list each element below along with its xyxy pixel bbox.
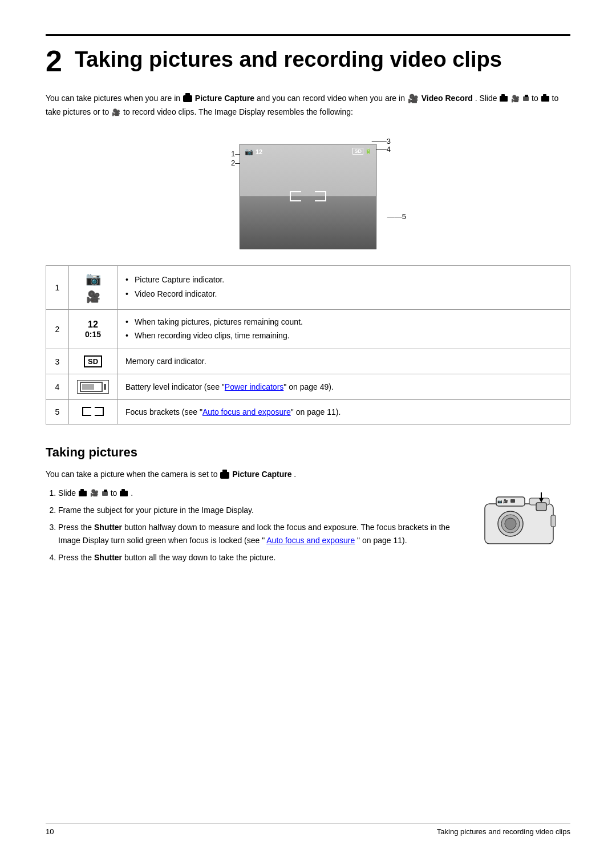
focus-bracket-right-screen	[315, 191, 326, 201]
battery-body	[80, 382, 103, 392]
table-row: 5 Focus brackets (see "Auto focus and ex…	[46, 399, 570, 424]
screen-cam-icon: 📷	[245, 148, 253, 156]
slide-icon-vid2: 🎥	[112, 107, 120, 118]
step4-shutter-bold: Shutter	[94, 553, 122, 562]
chapter-number: 2	[46, 46, 62, 76]
row2-content: When taking pictures, pictures remaining…	[117, 309, 570, 349]
intro-paragraph: You can take pictures when you are in Pi…	[46, 92, 570, 119]
svg-rect-11	[510, 499, 515, 503]
intro-text-2: and you can record video when you are in	[257, 94, 407, 103]
step4-text-before: Press the	[58, 553, 94, 562]
table-row: 4 Battery level indicator (see "Power in…	[46, 374, 570, 399]
battery-tip	[104, 384, 106, 390]
camera-big-icon: 📷	[86, 272, 101, 286]
numbers-icon: 12 0:15	[77, 320, 109, 339]
row3-num: 3	[46, 349, 69, 374]
bullet-item: When recording video clips, time remaini…	[125, 329, 562, 342]
video-big-icon: 🎥	[86, 290, 100, 304]
svg-text:🎥: 🎥	[503, 499, 508, 504]
taking-pictures-period: .	[294, 470, 296, 479]
screen-sd-icon: SD	[352, 148, 363, 155]
step3-shutter-bold: Shutter	[94, 523, 122, 532]
focus-right-corner	[95, 407, 104, 416]
taking-pictures-heading: Taking pictures	[46, 445, 570, 460]
row2-icon: 12 0:15	[69, 309, 117, 349]
row5-text-before: Focus brackets (see "	[125, 407, 202, 417]
chapter-header: 2 Taking pictures and recording video cl…	[46, 34, 570, 76]
row4-text-before: Battery level indicator (see "	[125, 382, 225, 391]
intro-text-6: to record video clips. The Image Display…	[123, 107, 353, 116]
bullet-item: Video Record indicator.	[125, 288, 562, 300]
video-icon-inline: 🎥	[408, 92, 419, 106]
step3-text-before: Press the	[58, 523, 94, 532]
step3-autofocus-link[interactable]: Auto focus and exposure	[266, 536, 355, 545]
step1-to: to	[111, 488, 120, 498]
power-indicators-link[interactable]: Power indicators	[225, 382, 284, 391]
step2-text: Frame the subject for your picture in th…	[58, 506, 254, 515]
camera-screen: 📷 12 SD 🔋	[240, 144, 376, 249]
picture-capture-label: Picture Capture	[195, 94, 254, 103]
screen-wrapper: 1— 2— ——3 ——4 ——5 📷 12 SD 🔋	[200, 132, 416, 249]
focus-brackets-screen	[290, 191, 326, 201]
row3-icon: SD	[69, 349, 117, 374]
taking-pictures-intro: You can take a picture when the camera i…	[46, 468, 570, 480]
svg-rect-12	[551, 515, 556, 527]
steps-list: Slide 🎥 to . Frame the subject for your …	[46, 487, 462, 564]
row1-content: Picture Capture indicator. Video Record …	[117, 265, 570, 309]
step1-text-before: Slide	[58, 488, 78, 498]
display-diagram: 1— 2— ——3 ——4 ——5 📷 12 SD 🔋	[46, 132, 570, 249]
screen-number-12: 12	[256, 148, 262, 155]
steps-container: Slide 🎥 to . Frame the subject for your …	[46, 487, 570, 569]
intro-text-1: You can take pictures when you are in	[46, 94, 183, 103]
screen-battery-icon: 🔋	[365, 148, 371, 154]
step1-period: .	[131, 488, 133, 498]
svg-text:📷: 📷	[497, 499, 502, 504]
taking-pictures-intro-text: You can take a picture when the camera i…	[46, 470, 220, 479]
focus-bracket-icon	[82, 407, 104, 416]
taking-pictures-section: Taking pictures You can take a picture w…	[46, 445, 570, 568]
footer-text: Taking pictures and recording video clip…	[437, 827, 570, 836]
svg-rect-6	[536, 503, 546, 511]
screen-top-left: 📷 12	[245, 148, 262, 156]
sd-icon: SD	[84, 355, 102, 367]
row2-bullets: When taking pictures, pictures remaining…	[125, 316, 562, 342]
slide-icon-cam2	[541, 96, 549, 102]
number-015: 0:15	[77, 330, 109, 339]
battery-icon	[77, 380, 109, 394]
camera-video-icons: 📷 🎥	[77, 272, 109, 304]
step4-text-end: button all the way down to take the pict…	[124, 553, 275, 562]
row1-num: 1	[46, 265, 69, 309]
focus-left-corner	[82, 407, 91, 416]
step3-text-end: " on page 11).	[357, 536, 407, 545]
screen-top-right: SD 🔋	[352, 148, 371, 155]
number-12: 12	[77, 320, 109, 330]
battery-fill	[82, 384, 94, 390]
steps-text: Slide 🎥 to . Frame the subject for your …	[46, 487, 462, 569]
row1-bullets: Picture Capture indicator. Video Record …	[125, 273, 562, 300]
camera-sketch-svg: 📷 🎥	[479, 487, 565, 549]
video-record-label: Video Record	[422, 94, 473, 103]
row3-content: Memory card indicator.	[117, 349, 570, 374]
row4-num: 4	[46, 374, 69, 399]
step-3: Press the Shutter button halfway down to…	[58, 521, 462, 547]
row4-text-page: " on page 49).	[283, 382, 333, 391]
page-number: 10	[46, 827, 54, 836]
chapter-title: Taking pictures and recording video clip…	[46, 46, 570, 72]
step1-rect-icon	[102, 491, 108, 496]
row5-num: 5	[46, 399, 69, 424]
table-row: 2 12 0:15 When taking pictures, pictures…	[46, 309, 570, 349]
taking-pictures-bold: Picture Capture	[232, 470, 291, 479]
ann-label-5: ——5	[387, 212, 406, 221]
step1-cam-icon2	[120, 491, 128, 496]
bullet-item: When taking pictures, pictures remaining…	[125, 316, 562, 328]
step-2: Frame the subject for your picture in th…	[58, 504, 462, 516]
row4-icon	[69, 374, 117, 399]
step1-vid-icon: 🎥	[90, 488, 99, 499]
slide-icon-vid: 🎥	[511, 94, 520, 104]
intro-text-3: . Slide	[475, 94, 500, 103]
camera-icon-inline	[183, 95, 192, 102]
svg-point-3	[505, 518, 516, 529]
slide-icon-rect	[523, 96, 529, 101]
table-row: 1 📷 🎥 Picture Capture indicator. Video R…	[46, 265, 570, 309]
auto-focus-link[interactable]: Auto focus and exposure	[202, 407, 291, 417]
